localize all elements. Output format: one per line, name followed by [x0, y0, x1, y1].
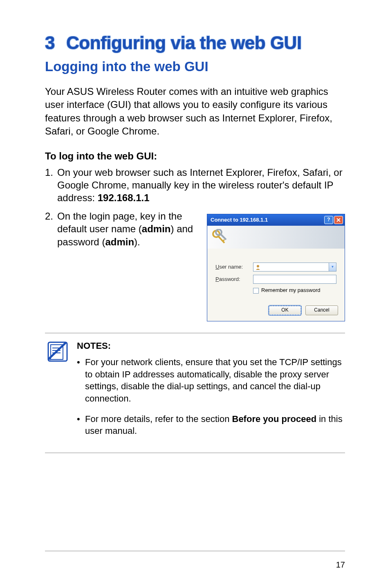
dialog-title: Connect to 192.168.1.1 [211, 217, 268, 224]
chapter-title-text: Configuring via the web GUI [66, 33, 302, 53]
help-button[interactable]: ? [324, 216, 333, 224]
note-item-1: For your network clients, ensure that yo… [77, 356, 345, 405]
remember-label: Remember my password [261, 287, 321, 294]
password-input[interactable] [253, 275, 336, 284]
steps-heading: To log into the web GUI: [45, 150, 345, 162]
svg-point-7 [257, 265, 259, 267]
svg-line-4 [223, 240, 224, 241]
chevron-down-icon[interactable]: ▼ [329, 263, 336, 271]
keys-icon [211, 229, 228, 245]
username-label: User name: [215, 264, 253, 271]
remember-checkbox[interactable] [253, 288, 259, 294]
step-1: On your web browser such as Internet Exp… [45, 166, 345, 204]
dialog-titlebar: Connect to 192.168.1.1 ? [207, 214, 345, 226]
page-number: 17 [336, 560, 345, 570]
section-title: Logging into the web GUI [45, 59, 345, 74]
step-2-text: On the login page, key in the default us… [57, 210, 200, 248]
note-icon [47, 341, 69, 363]
person-icon [255, 264, 261, 270]
step-2: On the login page, key in the default us… [45, 210, 345, 321]
ok-button[interactable]: OK [269, 305, 301, 315]
chapter-number: 3 [45, 33, 55, 53]
login-dialog: Connect to 192.168.1.1 ? [207, 214, 345, 321]
note-item-2: For more details, refer to the section B… [77, 413, 345, 437]
notes-block: NOTES: For your network clients, ensure … [45, 333, 345, 453]
notes-title: NOTES: [77, 341, 345, 351]
notes-list: For your network clients, ensure that yo… [77, 356, 345, 437]
ip-address: 192.168.1.1 [98, 192, 150, 203]
steps-list: On your web browser such as Internet Exp… [45, 166, 345, 321]
chapter-title: 3Configuring via the web GUI [45, 33, 345, 53]
close-button[interactable] [334, 216, 343, 224]
intro-paragraph: Your ASUS Wireless Router comes with an … [45, 85, 345, 138]
username-combobox[interactable]: ▼ [253, 263, 336, 272]
dialog-header [207, 226, 345, 249]
password-label: Password: [215, 276, 253, 283]
footer-separator [45, 551, 345, 551]
cancel-button[interactable]: Cancel [305, 305, 338, 315]
dialog-body: User name: ▼ Password: [207, 249, 345, 300]
